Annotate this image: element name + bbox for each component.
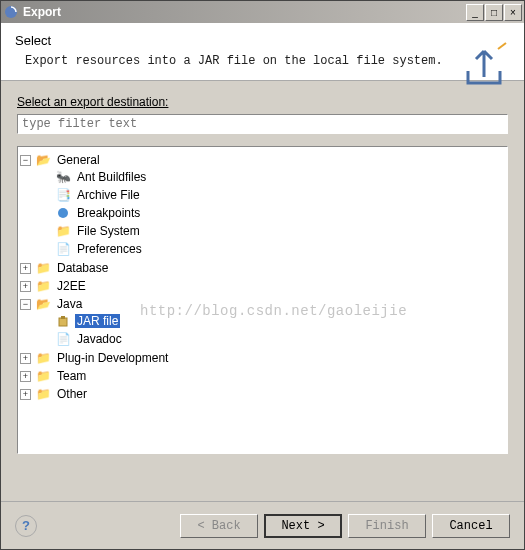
cancel-button[interactable]: Cancel	[432, 514, 510, 538]
close-button[interactable]: ×	[504, 4, 522, 21]
filter-input[interactable]	[17, 114, 508, 134]
expand-icon[interactable]: +	[20, 389, 31, 400]
window-controls: _ □ ×	[466, 4, 522, 21]
expand-icon[interactable]: +	[20, 371, 31, 382]
folder-icon: 📁	[35, 260, 51, 276]
window-title: Export	[23, 5, 466, 19]
svg-point-1	[58, 208, 68, 218]
expand-icon[interactable]: +	[20, 263, 31, 274]
collapse-icon[interactable]: −	[20, 299, 31, 310]
destination-label: Select an export destination:	[17, 95, 508, 109]
app-icon	[3, 4, 19, 20]
wizard-title: Select	[15, 33, 510, 48]
wizard-header: Select Export resources into a JAR file …	[1, 23, 524, 81]
folder-open-icon: 📂	[35, 152, 51, 168]
next-button[interactable]: Next >	[264, 514, 342, 538]
titlebar: Export _ □ ×	[1, 1, 524, 23]
folder-icon: 📁	[35, 386, 51, 402]
wizard-footer: ? < Back Next > Finish Cancel	[1, 501, 524, 549]
finish-button[interactable]: Finish	[348, 514, 426, 538]
tree-item-filesystem[interactable]: 📁File System	[40, 223, 505, 239]
tree-item-team[interactable]: +📁Team	[20, 368, 505, 384]
tree-item-database[interactable]: +📁Database	[20, 260, 505, 276]
tree-item-java[interactable]: −📂Java	[20, 296, 505, 312]
folder-icon: 📁	[35, 368, 51, 384]
folder-icon: 📁	[55, 223, 71, 239]
expand-icon[interactable]: +	[20, 281, 31, 292]
wizard-body: Select an export destination: − 📂 Genera…	[1, 81, 524, 501]
jar-icon	[55, 313, 71, 329]
tree-item-ant[interactable]: 🐜Ant Buildfiles	[40, 169, 505, 185]
tree-label: General	[55, 153, 102, 167]
wizard-description: Export resources into a JAR file on the …	[25, 54, 510, 68]
tree-item-general[interactable]: − 📂 General	[20, 152, 505, 168]
maximize-button[interactable]: □	[485, 4, 503, 21]
folder-icon: 📁	[35, 350, 51, 366]
folder-open-icon: 📂	[35, 296, 51, 312]
back-button[interactable]: < Back	[180, 514, 258, 538]
tree-item-javadoc[interactable]: 📄Javadoc	[40, 331, 505, 347]
preferences-icon: 📄	[55, 241, 71, 257]
export-dialog: Export _ □ × Select Export resources int…	[0, 0, 525, 550]
breakpoint-icon	[55, 205, 71, 221]
ant-icon: 🐜	[55, 169, 71, 185]
export-icon	[460, 41, 508, 93]
svg-rect-3	[61, 316, 65, 319]
svg-point-0	[5, 6, 17, 18]
destination-tree[interactable]: − 📂 General 🐜Ant Buildfiles 📑Archive Fil…	[17, 146, 508, 454]
tree-item-jar[interactable]: JAR file	[40, 313, 505, 329]
button-bar: < Back Next > Finish Cancel	[180, 514, 510, 538]
expand-icon[interactable]: +	[20, 353, 31, 364]
minimize-button[interactable]: _	[466, 4, 484, 21]
tree-item-j2ee[interactable]: +📁J2EE	[20, 278, 505, 294]
svg-rect-2	[59, 318, 67, 326]
tree-item-other[interactable]: +📁Other	[20, 386, 505, 402]
javadoc-icon: 📄	[55, 331, 71, 347]
help-button[interactable]: ?	[15, 515, 37, 537]
tree-item-plugin[interactable]: +📁Plug-in Development	[20, 350, 505, 366]
archive-icon: 📑	[55, 187, 71, 203]
tree-item-preferences[interactable]: 📄Preferences	[40, 241, 505, 257]
folder-icon: 📁	[35, 278, 51, 294]
tree-item-breakpoints[interactable]: Breakpoints	[40, 205, 505, 221]
tree-item-archive[interactable]: 📑Archive File	[40, 187, 505, 203]
collapse-icon[interactable]: −	[20, 155, 31, 166]
